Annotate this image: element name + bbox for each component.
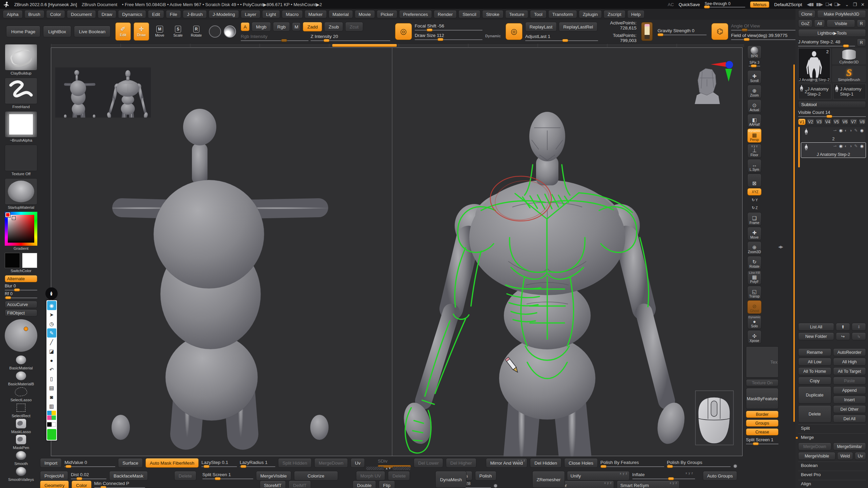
shelf-scroll-indicator[interactable]: ▲▼ <box>366 466 410 470</box>
shelf-tool-button[interactable]: Scroll <box>747 70 762 84</box>
subtool-page-tab[interactable]: V6 <box>841 119 849 125</box>
color-palette-grid[interactable] <box>47 411 56 420</box>
texture-on-button[interactable]: Texture On <box>746 379 778 386</box>
shelf-control[interactable]: Dist 0.02 <box>71 471 106 480</box>
export-all-button[interactable]: All <box>814 20 825 27</box>
restore-button[interactable]: ❐ <box>853 2 857 7</box>
menu-item[interactable]: Help <box>627 10 645 18</box>
size-dot-icon[interactable]: ● <box>47 356 56 365</box>
mergedown-button[interactable]: MergeDown <box>798 443 831 450</box>
subtool-list-item[interactable]: J Anatomy Step-2 <box>801 142 866 158</box>
shelf-control[interactable]: MergeVisible <box>256 471 291 481</box>
merge-section-header[interactable]: Merge <box>798 433 866 441</box>
shelf-tool-button[interactable]: Move <box>747 227 762 240</box>
shelf-tool-button[interactable]: Ghost <box>747 300 762 314</box>
menu-item[interactable]: Layer <box>241 10 260 18</box>
switch-color[interactable]: SwitchColor <box>5 253 37 274</box>
tool-item-cylinder[interactable]: Cylinder3D <box>832 48 866 64</box>
mergesimilar-button[interactable]: MergeSimilar <box>833 443 866 450</box>
sidebar-quick-item[interactable]: SmoothValleys <box>5 466 37 482</box>
shelf-control[interactable]: StoreMT <box>260 481 286 488</box>
shelf-control[interactable]: Polish By Features <box>600 458 664 468</box>
bpr-render-button[interactable]: BPR <box>747 45 762 59</box>
sidebar-quick-item[interactable]: MaskPen <box>5 434 37 450</box>
r-button[interactable]: R <box>857 20 866 27</box>
menu-item[interactable]: File <box>166 10 181 18</box>
stroke-selector[interactable]: FreeHand <box>5 78 37 110</box>
menu-item[interactable]: Stroke <box>482 10 504 18</box>
lightbox-button[interactable]: LightBox <box>43 26 71 37</box>
all-high-button[interactable]: All High <box>833 358 866 366</box>
weld-button[interactable]: Weld <box>837 452 853 460</box>
shelf-tool-button[interactable]: Actual <box>747 99 762 113</box>
shelf-control[interactable]: Close Holes <box>564 458 598 468</box>
paste-button[interactable]: Paste <box>833 377 866 385</box>
subtool-page-tab[interactable]: V4 <box>824 119 831 125</box>
sidebar-quick-item[interactable]: BasicMaterialB <box>5 370 37 386</box>
whiteboard-icon[interactable]: ▤ <box>47 383 56 392</box>
undo-icon[interactable]: ↶ <box>47 365 56 374</box>
color-picker[interactable]: Gradient <box>5 212 37 251</box>
rgb-intensity-slider[interactable]: Rgb Intensity <box>241 34 309 41</box>
shelf-tool-button[interactable]: Y <box>747 197 762 203</box>
replay-last-button[interactable]: ReplayLast <box>525 22 557 32</box>
menu-item[interactable]: Movie <box>355 10 375 18</box>
shelf-control[interactable]: Polish By Groups <box>667 458 731 468</box>
focal-shift-slider[interactable]: Focal Shift -56 <box>415 23 482 30</box>
shelf-control[interactable]: Min Connected P <box>94 481 145 488</box>
shelf-control[interactable]: Unify <box>567 471 630 481</box>
shelf-control[interactable]: Morph UV <box>356 471 386 481</box>
insert-button[interactable]: Insert <box>833 396 866 404</box>
camera-button[interactable]: ⌬ <box>711 23 728 40</box>
menu-item[interactable]: Alpha <box>3 10 23 18</box>
subtool-page-tab[interactable]: V3 <box>815 119 823 125</box>
angle-of-view-slider[interactable]: Angle Of View <box>731 23 799 30</box>
canvas-viewport[interactable] <box>51 47 743 456</box>
quicksave-button[interactable]: QuickSave <box>678 2 700 7</box>
move-mode-button[interactable]: MMove <box>152 22 167 41</box>
stroke-icon[interactable]: ◎ <box>506 23 522 40</box>
minimize-button[interactable]: ⌄ <box>845 2 849 7</box>
rename-button[interactable]: Rename <box>798 348 831 356</box>
menu-item[interactable]: Preferences <box>399 10 432 18</box>
subtool-page-tab[interactable]: V7 <box>850 119 857 125</box>
goz-button[interactable]: GoZ <box>798 20 812 27</box>
shelf-control[interactable]: MidValue 0 <box>64 458 115 468</box>
replay-last-rel-button[interactable]: ReplayLastRel <box>559 22 597 32</box>
shelf-control[interactable]: ProjectAll <box>40 471 68 481</box>
sidebar-quick-item[interactable]: SelectRect <box>5 402 37 418</box>
menu-item[interactable]: Light <box>262 10 280 18</box>
z-intensity-slider[interactable]: Z Intensity 20 <box>311 34 390 41</box>
shelf-control[interactable]: BackfaceMask <box>109 471 148 481</box>
scale-mode-button[interactable]: SScale <box>170 22 186 41</box>
tool-item-step2[interactable]: 2 J Anatomy Step-2 <box>798 84 831 99</box>
eraser-icon[interactable]: ◪ <box>47 347 56 356</box>
menu-item[interactable]: Transform <box>548 10 577 18</box>
new-folder-button[interactable]: New Folder <box>798 332 834 340</box>
tray-divider-icons[interactable]: ◀▮▮▮▮▶❏◀❏▶ <box>807 2 841 7</box>
adjust-last-slider[interactable]: AdjustLast 1 <box>525 34 598 41</box>
mergevisible-button[interactable]: MergeVisible <box>798 452 835 460</box>
all-to-home-button[interactable]: All To Home <box>798 367 831 375</box>
shelf-tool-button[interactable]: Rotate <box>747 256 762 269</box>
live-boolean-button[interactable]: Live Boolean <box>74 26 111 37</box>
shelf-tool-button[interactable]: Dynamic Solo <box>747 315 762 329</box>
duplicate-button[interactable]: Duplicate <box>798 386 831 404</box>
menu-item[interactable]: Document <box>67 10 96 18</box>
subtool-list-item[interactable]: 2 <box>801 127 866 142</box>
shelf-control[interactable]: Surface <box>118 458 143 468</box>
menu-item[interactable]: Material <box>329 10 353 18</box>
shelf-tool-button[interactable]: Dynamic Persp <box>747 128 762 143</box>
bevel-pro-section-header[interactable]: Bevel Pro <box>798 471 866 478</box>
shelf-control[interactable]: Del Hidden <box>530 458 561 468</box>
menu-item[interactable]: Color <box>46 10 65 18</box>
subtool-page-tab[interactable]: V8 <box>859 119 866 125</box>
all-low-button[interactable]: All Low <box>798 358 831 366</box>
active-tool-slider[interactable]: J Anatomy Step-2. 48 <box>798 39 855 46</box>
texture-preview-box[interactable]: Tex <box>746 346 778 378</box>
shelf-control[interactable]: Del Lower <box>414 458 443 468</box>
mannequin-model[interactable] <box>112 109 329 440</box>
shelf-control[interactable]: Delete <box>388 471 410 481</box>
border-button[interactable]: Border <box>746 411 778 418</box>
menu-item[interactable]: Marker <box>304 10 327 18</box>
